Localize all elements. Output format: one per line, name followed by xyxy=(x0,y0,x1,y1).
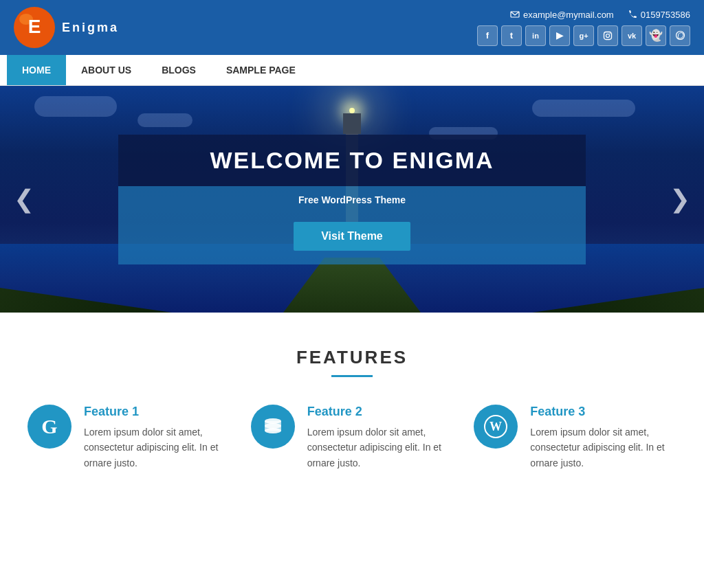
features-section: FEATURES G Feature 1 Lorem ipsum dolor s… xyxy=(0,313,704,512)
feature-2-desc: Lorem ipsum dolor sit amet, consectetur … xyxy=(307,425,454,471)
features-header: FEATURES xyxy=(28,347,676,377)
top-bar: E Enigma example@mymail.com 0159753586 f… xyxy=(0,0,704,55)
feature-3-title: Feature 3 xyxy=(530,405,676,419)
top-bar-right: example@mymail.com 0159753586 f t in ▶ g… xyxy=(477,10,690,46)
nav-blogs[interactable]: BLOGS xyxy=(146,55,211,85)
phone-icon xyxy=(628,10,637,19)
feature-3-content: Feature 3 Lorem ipsum dolor sit amet, co… xyxy=(530,405,676,471)
svg-rect-4 xyxy=(604,32,612,39)
hero-overlay: WELCOME TO ENIGMA Free WordPress Theme V… xyxy=(0,86,704,313)
feature-2-icon xyxy=(251,405,295,449)
hero-title-box: WELCOME TO ENIGMA xyxy=(118,135,586,186)
feature-2-content: Feature 2 Lorem ipsum dolor sit amet, co… xyxy=(307,405,454,471)
nav-home[interactable]: HOME xyxy=(7,55,66,85)
svg-text:E: E xyxy=(28,16,41,37)
twitter-icon[interactable]: t xyxy=(501,25,522,46)
feature-1-content: Feature 1 Lorem ipsum dolor sit amet, co… xyxy=(84,405,230,471)
slider-prev-arrow[interactable]: ❮ xyxy=(7,178,41,220)
logo-name: Enigma xyxy=(62,21,119,35)
feature-1-title: Feature 1 xyxy=(84,405,230,419)
contact-info: example@mymail.com 0159753586 xyxy=(510,10,690,20)
nav-sample[interactable]: SAMPLE PAGE xyxy=(211,55,311,85)
snapchat-icon[interactable]: 👻 xyxy=(646,25,666,46)
svg-point-5 xyxy=(606,34,610,37)
feature-2-title: Feature 2 xyxy=(307,405,454,419)
slider-next-arrow[interactable]: ❯ xyxy=(663,178,697,220)
feature-item-1: G Feature 1 Lorem ipsum dolor sit amet, … xyxy=(28,405,230,471)
feature-3-icon: W xyxy=(474,405,518,449)
hero-slider: WELCOME TO ENIGMA Free WordPress Theme V… xyxy=(0,86,704,313)
svg-point-6 xyxy=(610,33,610,34)
nav-about[interactable]: ABOUT US xyxy=(66,55,146,85)
visit-theme-button[interactable]: Visit Theme xyxy=(294,222,410,251)
google-plus-icon[interactable]: g+ xyxy=(573,25,594,46)
hero-subtitle-box: Free WordPress Theme xyxy=(118,186,586,214)
whatsapp-icon[interactable] xyxy=(670,25,690,46)
vk-icon[interactable]: vk xyxy=(622,25,642,46)
hero-btn-box: Visit Theme xyxy=(118,214,586,264)
social-icons-bar: f t in ▶ g+ vk 👻 xyxy=(477,25,690,46)
instagram-icon[interactable] xyxy=(597,25,618,46)
logo-area: E Enigma xyxy=(14,7,119,48)
feature-3-desc: Lorem ipsum dolor sit amet, consectetur … xyxy=(530,425,676,471)
feature-item-3: W Feature 3 Lorem ipsum dolor sit amet, … xyxy=(474,405,676,471)
feature-1-icon: G xyxy=(28,405,72,449)
hero-subtitle: Free WordPress Theme xyxy=(173,194,531,205)
hero-title: WELCOME TO ENIGMA xyxy=(173,147,531,174)
linkedin-icon[interactable]: in xyxy=(525,25,546,46)
feature-1-desc: Lorem ipsum dolor sit amet, consectetur … xyxy=(84,425,230,471)
phone-info: 0159753586 xyxy=(628,10,690,20)
feature-item-2: Feature 2 Lorem ipsum dolor sit amet, co… xyxy=(251,405,454,471)
features-underline xyxy=(331,375,373,377)
email-info: example@mymail.com xyxy=(510,10,614,20)
youtube-icon[interactable]: ▶ xyxy=(549,25,570,46)
wordpress-svg: W xyxy=(483,414,508,439)
database-svg xyxy=(261,415,285,438)
svg-text:W: W xyxy=(490,420,502,433)
features-grid: G Feature 1 Lorem ipsum dolor sit amet, … xyxy=(28,405,676,471)
features-title: FEATURES xyxy=(28,347,676,368)
svg-point-12 xyxy=(265,428,281,433)
facebook-icon[interactable]: f xyxy=(477,25,498,46)
logo-svg: E xyxy=(14,7,55,48)
nav-bar: HOME ABOUT US BLOGS SAMPLE PAGE xyxy=(0,55,704,86)
email-icon xyxy=(510,10,520,19)
